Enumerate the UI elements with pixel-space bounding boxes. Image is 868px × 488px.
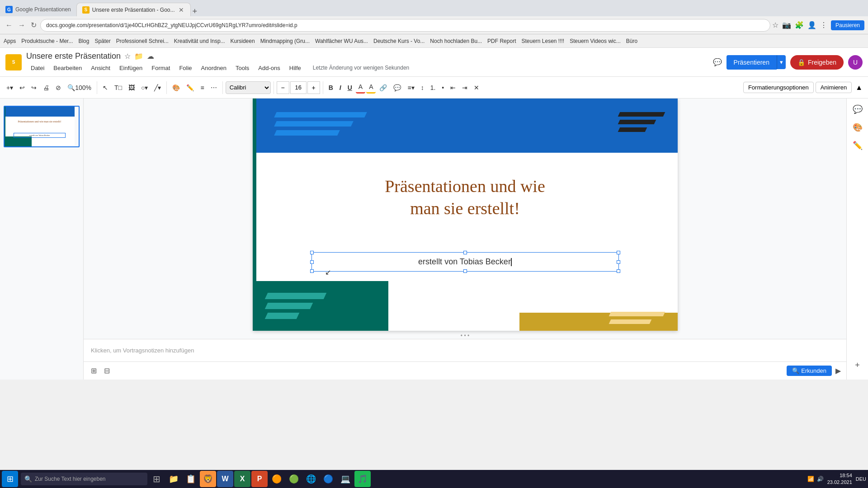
font-size-decrease-button[interactable]: −	[277, 81, 289, 94]
add-slide-button[interactable]: +▾	[4, 82, 16, 93]
menu-einfuegen[interactable]: Einfügen	[115, 63, 147, 73]
menu-ansicht[interactable]: Ansicht	[86, 63, 115, 73]
present-button[interactable]: Präsentieren	[726, 55, 777, 70]
tab-google-slides[interactable]: G Google Präsentationen	[0, 3, 76, 16]
menu-folie[interactable]: Folie	[175, 63, 196, 73]
line-spacing-button[interactable]: ↕	[418, 82, 427, 93]
format-options-button[interactable]: Formatierungsoptionen	[743, 82, 814, 93]
menu-datei[interactable]: Datei	[26, 63, 49, 73]
taskbar-app-orange[interactable]: 🟠	[269, 471, 285, 487]
resize-handle-bottomcenter[interactable]	[463, 269, 467, 273]
zoom-button[interactable]: 🔍 100%	[65, 82, 94, 93]
resize-handle-middleleft[interactable]	[310, 260, 314, 264]
border-color-button[interactable]: ✏️	[184, 82, 197, 93]
bold-button[interactable]: B	[326, 82, 336, 93]
resize-handle-middleright[interactable]	[617, 260, 620, 264]
tab-close-button[interactable]: ✕	[178, 5, 185, 14]
bookmark-star-icon[interactable]: ☆	[772, 21, 778, 29]
doc-title[interactable]: Unsere erste Präsentation	[26, 52, 121, 61]
link-button[interactable]: 🔗	[377, 82, 390, 93]
taskbar-app-explorer[interactable]: 📁	[165, 471, 182, 487]
menu-addons[interactable]: Add-ons	[254, 63, 284, 73]
bookmark-professionell[interactable]: Professionell Schrei...	[116, 38, 169, 44]
bookmark-kreativitaet[interactable]: Kreativität und Insp...	[174, 38, 225, 44]
indent-less-button[interactable]: ⇤	[448, 82, 458, 93]
resize-handle-topright[interactable]	[617, 251, 620, 254]
resize-handle-bottomleft[interactable]	[310, 269, 314, 273]
menu-format[interactable]: Format	[147, 63, 175, 73]
more-tools-button[interactable]: ⋯	[208, 82, 220, 93]
redo-button[interactable]: ↪	[28, 82, 39, 93]
taskbar-app-music[interactable]: 🎵	[354, 471, 371, 487]
expand-notes-button[interactable]: ▶	[835, 366, 841, 375]
bookmark-mindmapping[interactable]: Mindmapping (Gru...	[260, 38, 310, 44]
start-button[interactable]: ⊞	[2, 471, 18, 487]
slide-view-button[interactable]: ⊞	[89, 365, 99, 377]
bookmark-apps[interactable]: Apps	[4, 38, 16, 44]
bookmark-steuern2[interactable]: Steuern Videos wic...	[570, 38, 621, 44]
bookmark-buero[interactable]: Büro	[626, 38, 637, 44]
clear-format-button[interactable]: ✕	[471, 82, 482, 93]
bookmark-steuern1[interactable]: Steuern Lesen !!!!	[521, 38, 564, 44]
comment-button[interactable]: 💬	[713, 58, 722, 66]
screenshot-icon[interactable]: 📷	[782, 21, 791, 29]
forward-button[interactable]: →	[16, 19, 27, 31]
font-size-increase-button[interactable]: +	[307, 81, 320, 94]
italic-button[interactable]: I	[337, 82, 344, 93]
share-button[interactable]: 🔒 Freigeben	[790, 55, 844, 70]
print-button[interactable]: 🖨	[40, 82, 52, 93]
taskbar-app-edge[interactable]: 🔵	[320, 471, 336, 487]
line-tool-button[interactable]: ╱▾	[151, 82, 164, 93]
bookmark-hochladen[interactable]: Noch hochladen Bu...	[430, 38, 482, 44]
align-button[interactable]: ≡	[198, 82, 207, 93]
resize-handle-topcenter[interactable]	[463, 251, 467, 254]
cloud-icon[interactable]: ☁	[147, 52, 154, 61]
sidebar-comment-icon[interactable]: 💬	[850, 102, 865, 117]
menu-bearbeiten[interactable]: Bearbeiten	[49, 63, 86, 73]
slide-item-1[interactable]: 1 Präsentationen und wie man sie erstell…	[4, 106, 80, 147]
slide-subtitle[interactable]: erstellt von Tobias Becker	[316, 257, 614, 267]
sidebar-edit-icon[interactable]: ✏️	[850, 138, 865, 153]
bookmark-produktsuche[interactable]: Produktsuche - Mer...	[21, 38, 73, 44]
present-dropdown-button[interactable]: ▾	[777, 55, 786, 69]
menu-hilfe[interactable]: Hilfe	[285, 63, 306, 73]
taskbar-app-pc[interactable]: 💻	[337, 471, 354, 487]
slide-thumbnail-1[interactable]: Präsentationen und wie man sie erstellt!…	[4, 106, 80, 147]
address-bar[interactable]: docs.google.com/presentation/d/1je40CLrH…	[40, 19, 770, 32]
taskbar-search[interactable]: 🔍 Zur Suche Text hier eingeben	[21, 473, 147, 485]
menu-tools[interactable]: Tools	[231, 63, 254, 73]
settings-icon[interactable]: ⋮	[820, 21, 827, 29]
slide-title[interactable]: Präsentationen und wie man sie erstellt!	[280, 175, 651, 220]
numbered-list-button[interactable]: 1.	[428, 82, 439, 93]
bookmark-spaeter[interactable]: Später	[94, 38, 110, 44]
text-align-button[interactable]: ≡▾	[405, 82, 417, 93]
shape-tool-button[interactable]: ○▾	[138, 82, 151, 93]
bookmark-wahlfaecher[interactable]: Wahlfächer WU Aus...	[315, 38, 368, 44]
taskbar-app-chrome[interactable]: 🌐	[303, 471, 319, 487]
select-tool-button[interactable]: ↖	[100, 82, 111, 93]
refresh-button[interactable]: ↻	[29, 19, 38, 31]
taskbar-app-word[interactable]: W	[217, 471, 233, 487]
pausieren-button[interactable]: Pausieren	[831, 20, 864, 30]
slide-subtitle-textbox[interactable]: erstellt von Tobias Becker	[311, 252, 619, 272]
animate-button[interactable]: Animieren	[816, 82, 852, 93]
paint-format-button[interactable]: ⊘	[53, 82, 64, 93]
tab-presentation[interactable]: S Unsere erste Präsentation - Goo... ✕	[76, 3, 191, 16]
fill-color-button[interactable]: 🎨	[170, 82, 183, 93]
extensions-icon[interactable]: 🧩	[795, 21, 804, 29]
taskbar-app-powerpoint[interactable]: P	[251, 471, 268, 487]
collapse-toolbar-button[interactable]: ▲	[854, 82, 864, 94]
bulleted-list-button[interactable]: •	[439, 82, 447, 93]
taskbar-app-todo[interactable]: 📋	[183, 471, 199, 487]
star-icon[interactable]: ☆	[124, 52, 131, 61]
resize-handle-bottomright[interactable]	[617, 269, 620, 273]
undo-button[interactable]: ↩	[17, 82, 28, 93]
bookmark-blog[interactable]: Blog	[78, 38, 89, 44]
sidebar-add-icon[interactable]: +	[850, 358, 865, 372]
slide-canvas[interactable]: Präsentationen und wie man sie erstellt!	[253, 99, 678, 331]
erkunden-button[interactable]: 🔍 Erkunden	[787, 366, 832, 376]
notes-handle[interactable]: • • •	[461, 333, 469, 339]
font-selector[interactable]: Calibri	[226, 81, 271, 94]
image-tool-button[interactable]: 🖼	[126, 82, 137, 93]
text-color-button[interactable]: A	[356, 81, 365, 94]
